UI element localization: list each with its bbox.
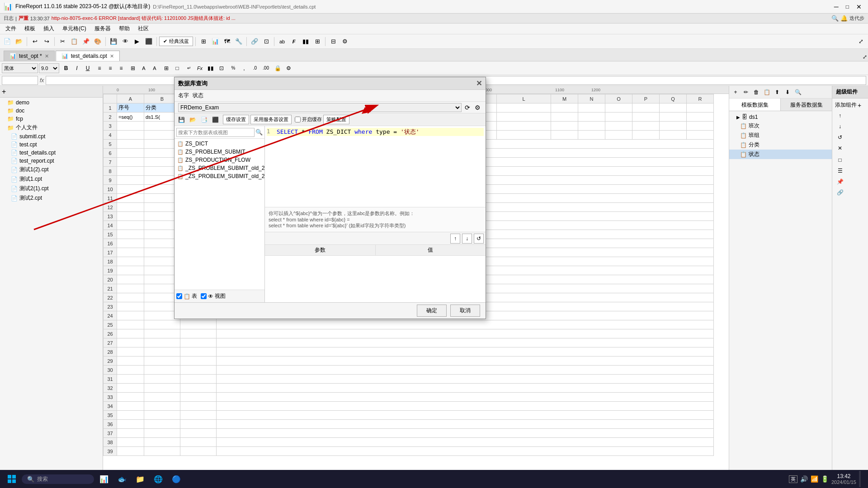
file-item-test-details[interactable]: 📄 test_details.cpt (0, 149, 103, 157)
stop-btn[interactable]: ⬛ (143, 36, 154, 47)
server-ds-tab[interactable]: 服务器数据集 (781, 99, 832, 111)
undo-btn[interactable]: ↩ (29, 36, 40, 47)
fx-btn[interactable]: F (288, 36, 299, 47)
ds-item-zhuangtai[interactable]: 📋 状态 (729, 150, 832, 159)
menu-community[interactable]: 社区 (134, 24, 152, 33)
menu-server[interactable]: 服务器 (91, 24, 114, 33)
cache-settings-btn[interactable]: 缓存设置 (223, 115, 249, 124)
template-ds-tab[interactable]: 模板数据集 (729, 99, 781, 111)
classic-mode-btn[interactable]: ✔ 经典浅蓝 (159, 37, 193, 46)
cell-q1[interactable] (660, 103, 687, 113)
copy-query-btn[interactable]: 📑 (199, 115, 209, 125)
format-btn[interactable]: 🎨 (92, 36, 103, 47)
dialog-close-btn[interactable]: ✕ (476, 79, 482, 88)
save-btn[interactable]: 💾 (108, 36, 119, 47)
new-btn[interactable]: 📄 (2, 36, 13, 47)
component-btn[interactable]: 🔧 (233, 36, 244, 47)
cell-p1[interactable] (632, 103, 660, 113)
ds-item-fenlei[interactable]: 📋 分类 (729, 140, 832, 150)
view-btn-1[interactable]: □ (835, 155, 845, 165)
ds-add-btn[interactable]: + (731, 88, 740, 97)
file-item-ce2[interactable]: 📄 测试2.cpt (0, 193, 103, 203)
file-item-test-report[interactable]: 📄 test_report.cpt (0, 157, 103, 165)
settings-btn[interactable]: ⚙ (340, 36, 350, 47)
col-header-p[interactable]: P (632, 94, 660, 103)
fill-color-btn[interactable]: A (139, 63, 149, 73)
sql-editor[interactable]: 1 SELECT * FROM ZS_DICT where type = '状态… (265, 126, 486, 207)
ds-refresh-btn[interactable]: ⟳ (463, 104, 472, 111)
comma-btn[interactable]: , (239, 63, 249, 73)
table-item-zsproblemsubmitold2[interactable]: 📋 _ZS_PROBLEM_SUBMIT_old_20240418_1 (175, 172, 264, 180)
taskbar-app-chrome[interactable]: 🔵 (168, 471, 184, 487)
tab-test-details[interactable]: 📊 test_details.cpt ✕ (56, 51, 120, 61)
comp-btn-1[interactable]: ↑ (835, 111, 845, 121)
tab-test-opt[interactable]: 📊 test_opt * ✕ (4, 51, 55, 61)
percent-btn[interactable]: % (228, 63, 238, 73)
redo-btn[interactable]: ↪ (41, 36, 52, 47)
ds-export-btn[interactable]: ⬇ (783, 88, 792, 97)
cell-n1[interactable] (578, 103, 605, 113)
row-header-1[interactable]: 1 (104, 103, 117, 113)
cancel-btn[interactable]: 取消 (450, 305, 480, 317)
show-desktop-btn[interactable] (859, 471, 861, 487)
cell-a2[interactable]: =seq() (117, 113, 144, 122)
tab-close-btn[interactable]: ✕ (45, 53, 49, 59)
open-btn[interactable]: 📂 (14, 36, 24, 47)
start-btn[interactable] (4, 471, 20, 487)
ds-item-banci[interactable]: 📋 班次 (729, 121, 832, 131)
cell-r1[interactable] (687, 103, 714, 113)
bold-btn[interactable]: B (61, 63, 71, 73)
file-item-test[interactable]: 📄 test.cpt (0, 141, 103, 149)
border-outer-btn[interactable]: □ (172, 63, 182, 73)
ds-delete-btn[interactable]: 🗑 (752, 88, 761, 97)
col-header-q[interactable]: Q (660, 94, 687, 103)
cell-q2[interactable] (660, 113, 687, 122)
lock-btn[interactable]: 🔒 (273, 63, 283, 73)
ds-import-btn[interactable]: ⬆ (773, 88, 782, 97)
expand-btn[interactable]: ⤢ (855, 36, 866, 47)
merge-btn[interactable]: ⊡ (261, 36, 272, 47)
search-icon[interactable]: 🔍 (831, 15, 839, 22)
file-item-doc[interactable]: 📁 doc (0, 107, 103, 115)
copy-btn[interactable]: 📋 (69, 36, 80, 47)
file-item-ce1[interactable]: 📄 测试1.cpt (0, 174, 103, 184)
view-checkbox[interactable] (201, 293, 207, 299)
fx-btn2[interactable]: Fx (195, 63, 205, 73)
file-item-ce1-2[interactable]: 📄 测试1(2).cpt (0, 165, 103, 174)
name-box-input[interactable] (2, 76, 38, 85)
table-item-zsproblemsubmit[interactable]: 📋 ZS_PROBLEM_SUBMIT (175, 148, 264, 156)
cell-n2[interactable] (578, 113, 605, 122)
params-refresh-btn[interactable]: ↺ (474, 234, 484, 244)
cell-m1[interactable] (551, 103, 578, 113)
increase-dec-btn[interactable]: .0 (250, 63, 260, 73)
ds-search-btn[interactable]: 🔍 (793, 88, 802, 97)
chart-btn[interactable]: 📊 (210, 36, 221, 47)
bar-chart-btn[interactable]: ▮▮ (300, 36, 311, 47)
menu-template[interactable]: 模板 (21, 24, 39, 33)
settings2-btn[interactable]: ⚙ (283, 63, 293, 73)
ds-item-ds1[interactable]: ▶ 🗄 ds1 (729, 113, 832, 121)
taskbar-app-fish[interactable]: 🐟 (114, 471, 130, 487)
tab-close-btn[interactable]: ✕ (110, 53, 114, 59)
search-icon[interactable]: 🔍 (255, 129, 263, 136)
ds-copy-btn[interactable]: 📋 (762, 88, 771, 97)
row-header-2[interactable]: 2 (104, 113, 117, 122)
taskbar-app-edge[interactable]: 🌐 (150, 471, 166, 487)
view-btn-3[interactable]: 📌 (835, 177, 845, 187)
comp-btn-4[interactable]: ✕ (835, 143, 845, 153)
file-item-personal[interactable]: 📁 个人文件 (0, 123, 103, 132)
preview-btn[interactable]: 👁 (120, 36, 131, 47)
file-item-demo[interactable]: 📁 demo (0, 99, 103, 107)
open-cache-checkbox[interactable] (295, 117, 301, 122)
taskbar-search[interactable]: 🔍 搜索 (22, 474, 94, 484)
border-all-btn[interactable]: ⊞ (161, 63, 171, 73)
cell-o2[interactable] (605, 113, 632, 122)
cell-o1[interactable] (605, 103, 632, 113)
tab-expand-btn[interactable]: ⤢ (863, 54, 867, 60)
align-right-btn[interactable]: ≡ (116, 63, 126, 73)
font-select[interactable]: 黑体 (2, 63, 38, 73)
clock[interactable]: 13:42 2024/01/15 (831, 473, 856, 485)
params-down-btn[interactable]: ↓ (462, 234, 472, 244)
tray-icon-3[interactable]: 🔋 (821, 475, 829, 483)
file-item-submit[interactable]: 📄 submitl.cpt (0, 132, 103, 141)
